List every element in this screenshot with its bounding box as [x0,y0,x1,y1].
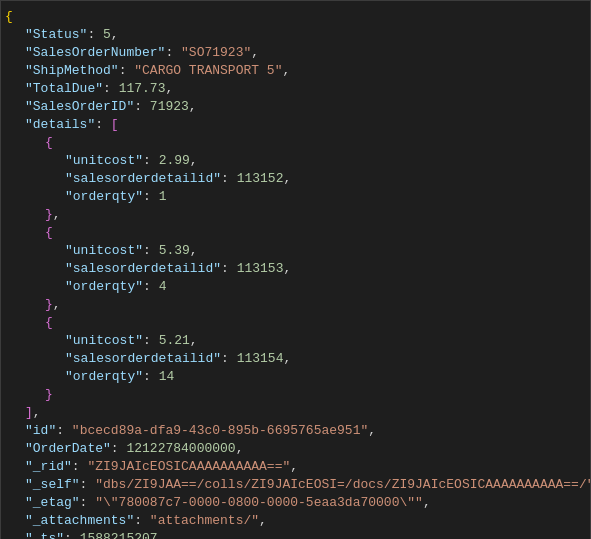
token-punctuation: : [221,171,237,186]
line-content: "orderqty": 14 [65,369,582,384]
token-bracket: { [45,315,53,330]
line-content: "ShipMethod": "CARGO TRANSPORT 5", [25,63,582,78]
token-bracket2: } [45,207,53,222]
token-bracket: { [5,9,13,24]
token-key: "_rid" [25,459,72,474]
token-string-val: "dbs/ZI9JAA==/colls/ZI9JAIcEOSI=/docs/ZI… [95,477,591,492]
token-punctuation: : [143,243,159,258]
token-punctuation: : [56,423,72,438]
line-content: "SalesOrderID": 71923, [25,99,582,114]
line-content: { [5,9,582,24]
token-number-val: 1 [159,189,167,204]
token-punctuation: , [423,495,431,510]
token-number-val: 5.21 [159,333,190,348]
token-punctuation: , [368,423,376,438]
token-key: "ShipMethod" [25,63,119,78]
line-content: "_etag": "\"780087c7-0000-0800-0000-5eaa… [25,495,582,510]
line-content: ], [25,405,582,420]
token-punctuation: , [251,45,259,60]
json-line: "salesorderdetailid": 113154, [1,351,590,369]
token-punctuation: : [134,99,150,114]
json-line: { [1,9,590,27]
token-punctuation: , [53,297,61,312]
token-key: "_ts" [25,531,64,539]
line-content: "_self": "dbs/ZI9JAA==/colls/ZI9JAIcEOSI… [25,477,591,492]
token-key: "_attachments" [25,513,134,528]
token-punctuation: : [64,531,80,539]
token-number-val: 2.99 [159,153,190,168]
json-line: ], [1,405,590,423]
token-punctuation: : [95,117,111,132]
json-line: "orderqty": 14 [1,369,590,387]
token-punctuation: : [221,351,237,366]
line-content: "unitcost": 5.39, [65,243,582,258]
json-line: "unitcost": 2.99, [1,153,590,171]
json-line: "orderqty": 1 [1,189,590,207]
token-punctuation: : [80,495,96,510]
json-line: "salesorderdetailid": 113153, [1,261,590,279]
line-content: "salesorderdetailid": 113152, [65,171,582,186]
json-line: { [1,225,590,243]
token-punctuation: : [72,459,88,474]
line-content: "orderqty": 1 [65,189,582,204]
token-key: "OrderDate" [25,441,111,456]
json-line: "orderqty": 4 [1,279,590,297]
token-number-val: 71923 [150,99,189,114]
token-punctuation: : [80,477,96,492]
token-punctuation: , [236,441,244,456]
line-content: "orderqty": 4 [65,279,582,294]
token-number-val: 5 [103,27,111,42]
json-line: "salesorderdetailid": 113152, [1,171,590,189]
json-line: "unitcost": 5.21, [1,333,590,351]
token-number-val: 117.73 [119,81,166,96]
line-content: { [45,225,582,240]
line-content: { [45,135,582,150]
line-content: "_ts": 1588215207 [25,531,582,539]
token-string-val: "bcecd89a-dfa9-43c0-895b-6695765ae951" [72,423,368,438]
token-punctuation: : [165,45,181,60]
json-line: "_ts": 1588215207 [1,531,590,539]
token-punctuation: : [143,279,159,294]
token-key: "salesorderdetailid" [65,171,221,186]
line-content: } [45,387,582,402]
line-content: "_attachments": "attachments/", [25,513,582,528]
token-key: "unitcost" [65,333,143,348]
token-key: "_etag" [25,495,80,510]
line-content: }, [45,207,582,222]
token-key: "TotalDue" [25,81,103,96]
token-key: "salesorderdetailid" [65,261,221,276]
token-number-val: 4 [159,279,167,294]
json-line: "_attachments": "attachments/", [1,513,590,531]
token-key: "SalesOrderNumber" [25,45,165,60]
token-punctuation: , [190,333,198,348]
json-line: "details": [ [1,117,590,135]
line-content: "_rid": "ZI9JAIcEOSICAAAAAAAAAA==", [25,459,582,474]
token-key: "Status" [25,27,87,42]
token-key: "SalesOrderID" [25,99,134,114]
token-punctuation: , [259,513,267,528]
json-line: "unitcost": 5.39, [1,243,590,261]
token-bracket2: ] [25,405,33,420]
token-punctuation: : [103,81,119,96]
line-content: "OrderDate": 12122784000000, [25,441,582,456]
token-string-val: "attachments/" [150,513,259,528]
token-key: "unitcost" [65,243,143,258]
token-bracket: { [45,135,53,150]
token-punctuation: , [53,207,61,222]
json-line: }, [1,297,590,315]
json-line: "_etag": "\"780087c7-0000-0800-0000-5eaa… [1,495,590,513]
token-punctuation: , [165,81,173,96]
line-content: "unitcost": 2.99, [65,153,582,168]
token-string-val: "SO71923" [181,45,251,60]
token-punctuation: , [190,153,198,168]
json-line: "OrderDate": 12122784000000, [1,441,590,459]
token-number-val: 14 [159,369,175,384]
token-key: "unitcost" [65,153,143,168]
token-punctuation: : [221,261,237,276]
line-content: "TotalDue": 117.73, [25,81,582,96]
token-number-val: 5.39 [159,243,190,258]
token-key: "details" [25,117,95,132]
token-string-val: "ZI9JAIcEOSICAAAAAAAAAA==" [87,459,290,474]
json-line: "Status": 5, [1,27,590,45]
json-line: "_rid": "ZI9JAIcEOSICAAAAAAAAAA==", [1,459,590,477]
